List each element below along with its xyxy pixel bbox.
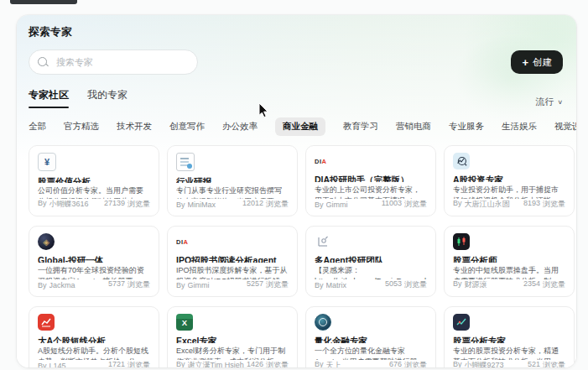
card-description: 专业的上市公司投资分析专家，用于对上市公司基本面情况（主营业务、行...: [315, 185, 427, 199]
card-author: 大唐江山永固: [465, 199, 510, 210]
sort-dropdown[interactable]: 流行 ∨: [535, 96, 563, 108]
card-author: Jackma: [49, 281, 75, 289]
card-title: Excel专家: [176, 336, 289, 343]
search-input-wrapper[interactable]: [29, 50, 198, 75]
card-views: 5257浏览量: [247, 279, 289, 290]
card-views: 12012浏览量: [242, 199, 289, 210]
expert-card[interactable]: DIA DIA投研助手（完整版） 专业的上市公司投资分析专家，用于对上市公司基本…: [305, 145, 436, 216]
category-business-finance[interactable]: 商业金融: [275, 117, 325, 136]
explore-experts-panel: 探索专家 + 创建 专家社区 我的专家 流行 ∨ 全部 官方精选: [17, 15, 576, 367]
card-author: 小蝴蝶9273: [465, 360, 504, 367]
card-title: 股票分析专家: [453, 336, 565, 343]
category-official-picks[interactable]: 官方精选: [64, 121, 99, 133]
card-description: 一位拥有70年全球投资经验的资深投资专家Agent。擅长股票、黄金、原油...: [38, 265, 150, 279]
card-author: Matrix: [326, 281, 347, 289]
card-views: 5053浏览量: [385, 279, 427, 290]
category-tech-dev[interactable]: 技术开发: [117, 121, 152, 133]
category-life-entertainment[interactable]: 生活娱乐: [502, 121, 537, 133]
candlestick-dark-icon: [453, 233, 470, 250]
search-icon: [38, 57, 47, 66]
card-description: 专业投资分析助手，用于捕捉市场短线投资机会和分析上证指数筹码变化。...: [453, 185, 565, 199]
card-description: 专业的股票投资分析专家，精通基本面分析和技术分析。当用户需要分析股...: [453, 346, 565, 360]
card-views: 2354浏览量: [523, 279, 565, 290]
search-row: + 创建: [29, 50, 576, 75]
card-footer: ByMiniMax 12012浏览量: [176, 199, 289, 210]
category-professional-services[interactable]: 专业服务: [449, 121, 484, 133]
card-author: 谢立潇Tim Hsieh: [188, 360, 244, 367]
globe-coin-icon: ◈: [38, 233, 55, 250]
card-title: 大A个股短线分析: [38, 336, 150, 343]
magnifier-chart-icon: [453, 153, 470, 169]
chart-sketch-icon: [315, 233, 331, 250]
card-views: 11003浏览量: [382, 199, 427, 210]
card-footer: By小蝴蝶3616 27139浏览量: [38, 199, 150, 210]
dia-logo-icon: DIA: [315, 153, 331, 169]
expert-card[interactable]: ◈ Global-投研一体 一位拥有70年全球投资经验的资深投资专家Agent。…: [29, 226, 159, 297]
card-footer: By财源滚 2354浏览量: [453, 279, 565, 290]
card-footer: ByJackma 5737浏览量: [38, 279, 150, 290]
create-button-label: 创建: [533, 56, 552, 69]
card-footer: ByMatrix 5053浏览量: [315, 279, 427, 290]
card-views: 27139浏览量: [104, 199, 150, 210]
expert-card[interactable]: 股票分析专家 专业的股票投资分析专家，精通基本面分析和技术分析。当用户需要分析股…: [444, 306, 575, 367]
category-visual-design[interactable]: 视觉设计: [554, 121, 576, 133]
create-button[interactable]: + 创建: [511, 50, 563, 74]
tab-my-experts[interactable]: 我的专家: [87, 88, 127, 108]
sort-label: 流行: [535, 96, 554, 108]
category-education[interactable]: 教育学习: [343, 121, 378, 133]
category-all[interactable]: 全部: [29, 121, 46, 133]
card-description: 一个全方位的量化金融专家Agent。当用户需要帮助进行股票分析、市场数...: [315, 346, 427, 360]
card-footer: By小蝴蝶9273 521浏览量: [453, 360, 565, 367]
expert-card[interactable]: 大A个股短线分析 A股短线分析助手。分析个股短线走势、判断市场热点板块、分析涨停…: [29, 306, 159, 367]
card-author: 小蝴蝶3616: [49, 199, 89, 210]
tabs-row: 专家社区 我的专家 流行 ∨: [29, 88, 576, 108]
quant-badge-icon: [315, 314, 331, 331]
expert-card-grid: ¥ 股票价值分析 公司价值分析专家。当用户需要分析公司投资价值时使用此专家。请直…: [29, 145, 575, 367]
expert-card[interactable]: A股投资专家 专业投资分析助手，用于捕捉市场短线投资机会和分析上证指数筹码变化。…: [444, 145, 575, 216]
card-title: DIA投研助手（完整版）: [315, 175, 427, 182]
industry-report-doc-icon: [176, 153, 195, 171]
card-title: 多Agent投研团队: [315, 255, 427, 263]
card-author: 天上: [326, 360, 341, 367]
search-input[interactable]: [55, 56, 184, 68]
card-title: Global-投研一体: [38, 255, 150, 263]
card-views: 8193浏览量: [523, 199, 565, 210]
card-description: 专业的中短线股票操盘手。当用户需要进行股票技术分析、制定中短线交易...: [453, 265, 565, 279]
card-views: 1721浏览量: [108, 360, 150, 367]
card-title: 股票价值分析: [38, 176, 150, 183]
category-marketing-ecommerce[interactable]: 营销电商: [396, 121, 431, 133]
card-title: A股投资专家: [453, 175, 565, 182]
card-description: 公司价值分析专家。当用户需要分析公司投资价值时使用此专家。请直接发...: [38, 185, 150, 199]
expert-card[interactable]: X Excel专家 Excel财务分析专家，专门用于制作商业测算表、成本利润分析…: [167, 306, 298, 367]
tab-expert-community[interactable]: 专家社区: [29, 88, 69, 108]
chevron-down-icon: ∨: [557, 99, 563, 106]
card-title: 行业研报: [176, 176, 289, 183]
card-views: 676浏览量: [389, 360, 427, 367]
background-window-edge: [10, 0, 77, 4]
card-footer: By天上 676浏览量: [315, 360, 427, 367]
card-author: 财源滚: [465, 279, 487, 290]
card-footer: By大唐江山永固 8193浏览量: [453, 199, 565, 210]
card-footer: ByGimmi 5257浏览量: [176, 279, 289, 290]
value-stamp-icon: ¥: [38, 153, 56, 171]
card-footer: ByGimmi 11003浏览量: [315, 199, 427, 210]
expert-card[interactable]: ¥ 股票价值分析 公司价值分析专家。当用户需要分析公司投资价值时使用此专家。请直…: [29, 145, 159, 216]
expert-card[interactable]: 多Agent投研团队 【灵感来源： https://github.com/Tau…: [305, 226, 436, 297]
card-title: 量化金融专家: [315, 336, 427, 343]
card-views: 521浏览量: [528, 360, 565, 367]
card-author: MiniMax: [188, 201, 216, 209]
expert-card[interactable]: 股票分析师 专业的中短线股票操盘手。当用户需要进行股票技术分析、制定中短线交易.…: [444, 226, 575, 297]
plus-icon: +: [522, 57, 528, 68]
card-footer: By谢立潇Tim Hsieh 1426浏览量: [176, 360, 289, 367]
card-footer: ByL145 1721浏览量: [38, 360, 150, 367]
card-description: IPO招股书深度拆解专家，基于从投资角度对IPO招股书进行拆解，快速提炼...: [176, 265, 289, 279]
category-creative-writing[interactable]: 创意写作: [169, 121, 205, 133]
expert-card[interactable]: 量化金融专家 一个全方位的量化金融专家Agent。当用户需要帮助进行股票分析、市…: [305, 306, 436, 367]
card-title: 股票分析师: [453, 255, 565, 263]
category-office-productivity[interactable]: 办公效率: [222, 121, 258, 133]
expert-card[interactable]: DIA IPO招股书阅读分析agent IPO招股书深度拆解专家，基于从投资角度…: [167, 226, 298, 297]
card-author: L145: [49, 362, 66, 368]
page-title: 探索专家: [29, 25, 576, 39]
dia-logo-icon: DIA: [176, 233, 193, 250]
expert-card[interactable]: 行业研报 专门从事专业行业研究报告撰写的专家级智能体。当用户需要全面的市场分..…: [167, 145, 298, 216]
